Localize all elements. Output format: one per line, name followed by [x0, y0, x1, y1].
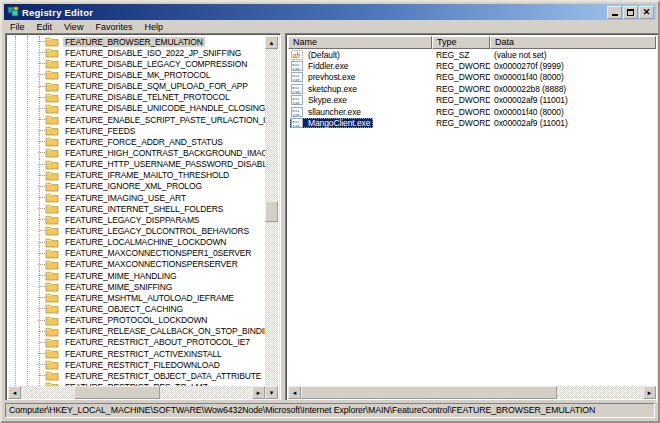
tree-item-label: FEATURE_DISABLE_LEGACY_COMPRESSION [63, 59, 249, 69]
value-name-cell[interactable]: ab 011 110 sllauncher.exe [288, 107, 432, 117]
tree-vertical-scrollbar[interactable]: ▲ ▼ [265, 36, 278, 399]
string-value-icon: ab [291, 50, 303, 60]
tree-item[interactable]: FEATURE_DISABLE_TELNET_PROTOCOL [8, 92, 265, 103]
tree-item[interactable]: FEATURE_MAXCONNECTIONSPER1_0SERVER [8, 248, 265, 259]
folder-icon [45, 170, 59, 181]
column-header-data[interactable]: Data [490, 36, 656, 49]
value-name-cell[interactable]: ab 011 110 sketchup.exe [288, 84, 432, 94]
folder-icon [45, 248, 59, 259]
folder-icon [45, 214, 59, 225]
tree-item[interactable]: FEATURE_FEEDS [8, 125, 265, 136]
selected-key-path: Computer\HKEY_LOCAL_MACHINE\SOFTWARE\Wow… [5, 403, 655, 418]
minimize-button[interactable] [607, 6, 622, 19]
column-header-type[interactable]: Type [432, 36, 490, 49]
tree-item[interactable]: FEATURE_RESTRICT_ACTIVEXINSTALL [8, 348, 265, 359]
tree-guide-connector [38, 141, 45, 142]
tree-item[interactable]: FEATURE_IGNORE_XML_PROLOG [8, 181, 265, 192]
scroll-down-button[interactable]: ▼ [265, 386, 278, 399]
value-name: sllauncher.exe [306, 107, 363, 117]
scroll-right-button[interactable]: ► [252, 386, 265, 399]
tree-guide-connector [38, 297, 45, 298]
column-header-name[interactable]: Name [288, 36, 432, 49]
scroll-right-button[interactable]: ► [643, 386, 656, 399]
menu-view[interactable]: View [58, 21, 89, 33]
folder-icon [45, 114, 59, 125]
tree-item[interactable]: FEATURE_PROTOCOL_LOCKDOWN [8, 315, 265, 326]
maximize-button[interactable] [623, 6, 638, 19]
tree-vertical-scroll-thumb[interactable] [265, 201, 278, 222]
folder-icon [45, 292, 59, 303]
tree-item[interactable]: FEATURE_LEGACY_DISPPARAMS [8, 214, 265, 225]
scroll-left-button[interactable]: ◄ [288, 386, 301, 399]
value-name-cell[interactable]: ab 011 110 Fiddler.exe [288, 61, 432, 71]
registry-value-row[interactable]: ab 011 110 Fiddler.exe REG_DWORD 0x00002… [288, 60, 656, 71]
value-name-cell[interactable]: ab 011 110 MangoClient.exe [288, 118, 432, 128]
registry-value-row[interactable]: ab 011 110 Skype.exe REG_DWORD 0x00002af… [288, 95, 656, 106]
tree-item[interactable]: FEATURE_RELEASE_CALLBACK_ON_STOP_BINDING [8, 326, 265, 337]
tree-guide-connector [38, 164, 45, 165]
tree-guide-connector [38, 286, 45, 287]
values-horizontal-scrollbar[interactable]: ◄ ► [288, 386, 656, 399]
scroll-up-button[interactable]: ▲ [265, 36, 278, 49]
tree-item[interactable]: FEATURE_ENABLE_SCRIPT_PASTE_URLACTION_IF… [8, 114, 265, 125]
registry-value-row[interactable]: ab 011 110 (Default) REG_SZ (value not s… [288, 49, 656, 60]
tree-item-label: FEATURE_IMAGING_USE_ART [63, 193, 188, 203]
tree-guide-connector [38, 219, 45, 220]
menu-file[interactable]: File [4, 21, 31, 33]
registry-value-row[interactable]: ab 011 110 sketchup.exe REG_DWORD 0x0000… [288, 83, 656, 94]
folder-icon [45, 303, 59, 314]
value-name-cell[interactable]: ab 011 110 Skype.exe [288, 95, 432, 105]
tree-item[interactable]: FEATURE_DISABLE_UNICODE_HANDLE_CLOSING_C… [8, 103, 265, 114]
tree-item[interactable]: FEATURE_MIME_SNIFFING [8, 281, 265, 292]
close-icon: ✕ [643, 8, 651, 17]
tree-item[interactable]: FEATURE_IFRAME_MAILTO_THRESHOLD [8, 170, 265, 181]
tree-guide-connector [38, 375, 45, 376]
value-data: 0x00002af9 (11001) [490, 118, 656, 128]
tree-item[interactable]: FEATURE_IMAGING_USE_ART [8, 192, 265, 203]
tree-guide-connector [38, 152, 45, 153]
value-name: MangoClient.exe [306, 118, 372, 128]
tree-item[interactable]: FEATURE_FORCE_ADDR_AND_STATUS [8, 136, 265, 147]
tree-guide-connector [38, 353, 45, 354]
value-name-cell[interactable]: ab 011 110 prevhost.exe [288, 72, 432, 82]
tree-item[interactable]: FEATURE_RESTRICT_FILEDOWNLOAD [8, 359, 265, 370]
value-name-cell[interactable]: ab 011 110 (Default) [288, 50, 432, 60]
registry-editor-icon [7, 6, 19, 18]
title-bar[interactable]: Registry Editor ✕ [4, 4, 656, 20]
tree-item[interactable]: FEATURE_LEGACY_DLCONTROL_BEHAVIORS [8, 225, 265, 236]
tree-item[interactable]: FEATURE_RESTRICT_OBJECT_DATA_ATTRIBUTE [8, 370, 265, 381]
tree-item[interactable]: FEATURE_BROWSER_EMULATION [8, 36, 265, 47]
tree-item[interactable]: FEATURE_HIGH_CONTRAST_BACKGROUND_IMAGES [8, 147, 265, 158]
value-type: REG_DWORD [432, 95, 490, 105]
tree-item[interactable]: FEATURE_DISABLE_ISO_2022_JP_SNIFFING [8, 47, 265, 58]
tree-item[interactable]: FEATURE_INTERNET_SHELL_FOLDERS [8, 203, 265, 214]
tree-item[interactable]: FEATURE_LOCALMACHINE_LOCKDOWN [8, 237, 265, 248]
registry-value-row[interactable]: ab 011 110 prevhost.exe REG_DWORD 0x0000… [288, 72, 656, 83]
folder-icon [45, 337, 59, 348]
tree-horizontal-scrollbar[interactable]: ◄ ► [8, 386, 265, 399]
tree-horizontal-scroll-thumb[interactable] [74, 386, 160, 399]
tree-item[interactable]: FEATURE_MAXCONNECTIONSPERSERVER [8, 259, 265, 270]
tree-item[interactable]: FEATURE_DISABLE_SQM_UPLOAD_FOR_APP [8, 81, 265, 92]
tree-item[interactable]: FEATURE_DISABLE_LEGACY_COMPRESSION [8, 58, 265, 69]
tree-item[interactable]: FEATURE_DISABLE_MK_PROTOCOL [8, 69, 265, 80]
tree-item[interactable]: FEATURE_RESTRICT_ABOUT_PROTOCOL_IE7 [8, 337, 265, 348]
tree-item[interactable]: FEATURE_MSHTML_AUTOLOAD_IEFRAME [8, 292, 265, 303]
folder-icon [45, 203, 59, 214]
values-horizontal-scroll-thumb[interactable] [301, 386, 557, 399]
scroll-left-button[interactable]: ◄ [8, 386, 21, 399]
tree-item[interactable]: FEATURE_HTTP_USERNAME_PASSWORD_DISABLE [8, 159, 265, 170]
scroll-up-icon: ▲ [269, 40, 275, 46]
svg-text:110: 110 [292, 90, 300, 94]
tree-item[interactable]: FEATURE_MIME_HANDLING [8, 270, 265, 281]
menu-edit[interactable]: Edit [31, 21, 59, 33]
menu-favorites[interactable]: Favorites [89, 21, 138, 33]
menu-help[interactable]: Help [138, 21, 169, 33]
folder-icon [45, 281, 59, 292]
registry-value-row[interactable]: ab 011 110 sllauncher.exe REG_DWORD 0x00… [288, 106, 656, 117]
tree-item[interactable]: FEATURE_OBJECT_CACHING [8, 303, 265, 314]
close-button[interactable]: ✕ [639, 6, 654, 19]
svg-text:ab: ab [293, 51, 301, 60]
tree-guide-connector [38, 175, 45, 176]
registry-value-row[interactable]: ab 011 110 MangoClient.exe REG_DWORD 0x0… [288, 117, 656, 128]
